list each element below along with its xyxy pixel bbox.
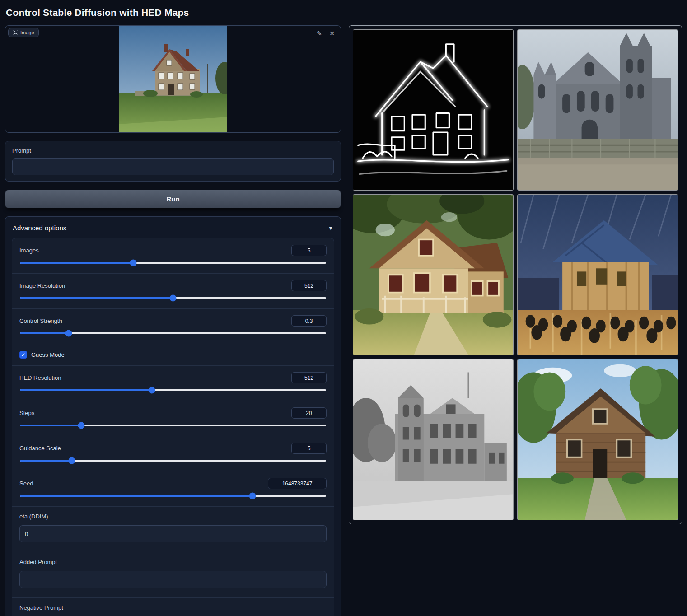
- hed-resolution-slider[interactable]: [20, 389, 326, 391]
- gallery-item-cathedral-ruins[interactable]: [517, 29, 678, 191]
- seed-slider[interactable]: [20, 495, 326, 497]
- slider-seed: Seed: [12, 471, 334, 506]
- slider-control-strength: Control Strength: [12, 308, 334, 344]
- slider-handle[interactable]: [249, 493, 256, 499]
- slider-label: Guidance Scale: [19, 445, 61, 452]
- gallery-item-impressionist-rainy-painting[interactable]: [517, 194, 678, 355]
- slider-fill: [20, 262, 133, 264]
- image-resolution-value-input[interactable]: [291, 280, 327, 291]
- guess-mode-checkbox[interactable]: ✓: [19, 351, 27, 359]
- grayscale-building-photo-image: [353, 359, 513, 520]
- added-prompt-input[interactable]: [19, 571, 327, 588]
- impressionist-rainy-painting-image: [518, 195, 678, 355]
- slider-handle[interactable]: [78, 422, 84, 429]
- image-resolution-slider[interactable]: [20, 297, 326, 299]
- guidance-scale-slider[interactable]: [20, 460, 326, 462]
- guess-mode-row: ✓ Guess Mode: [12, 344, 334, 365]
- control-strength-value-input[interactable]: [291, 315, 327, 327]
- run-button[interactable]: Run: [5, 190, 341, 208]
- slider-handle[interactable]: [170, 295, 177, 302]
- prompt-input[interactable]: [12, 158, 334, 175]
- eta-label: eta (DDIM): [19, 513, 327, 520]
- eta-field: eta (DDIM): [12, 506, 334, 552]
- seed-value-input[interactable]: [268, 478, 327, 489]
- gallery-item-hed-edge-map[interactable]: [353, 29, 514, 191]
- slider-fill: [20, 495, 252, 497]
- slider-label: Seed: [19, 480, 33, 487]
- image-toolbar: ✎ ✕: [314, 28, 337, 39]
- image-label: Image: [20, 30, 34, 35]
- hed-resolution-value-input[interactable]: [291, 372, 327, 383]
- added-prompt-label: Added Prompt: [19, 559, 327, 565]
- slider-images: Images: [12, 238, 334, 273]
- advanced-options-title: Advanced options: [13, 224, 66, 232]
- slider-label: Images: [19, 247, 39, 254]
- gallery-item-vintage-house-painting[interactable]: [353, 194, 514, 355]
- slider-label: Image Resolution: [19, 282, 65, 289]
- guess-mode-label[interactable]: Guess Mode: [31, 351, 65, 358]
- slider-label: Control Strength: [19, 317, 62, 324]
- vintage-house-painting-image: [353, 195, 513, 355]
- slider-fill: [20, 297, 173, 299]
- added-prompt-field: Added Prompt: [12, 552, 334, 597]
- slider-hed-resolution: HED Resolution: [12, 365, 334, 401]
- app-root: Control Stable Diffusion with HED Maps I…: [0, 0, 687, 616]
- slider-guidance-scale: Guidance Scale: [12, 436, 334, 471]
- chevron-down-icon[interactable]: ▼: [328, 225, 333, 231]
- slider-handle[interactable]: [130, 260, 136, 266]
- left-column: Image ✎ ✕: [5, 25, 341, 616]
- clear-image-button[interactable]: ✕: [327, 28, 337, 39]
- slider-label: Steps: [19, 410, 34, 416]
- prompt-block: Prompt: [5, 141, 341, 182]
- slider-fill: [20, 425, 81, 426]
- slider-label: HED Resolution: [19, 374, 61, 381]
- negative-prompt-field: Negative Prompt: [12, 597, 334, 616]
- negative-prompt-label: Negative Prompt: [19, 604, 327, 611]
- advanced-options-panel: Advanced options ▼ Images: [5, 216, 341, 616]
- input-image[interactable]: [119, 26, 227, 132]
- advanced-options-body: Images Image Resolution: [12, 238, 334, 616]
- cathedral-ruins-image: [518, 30, 678, 190]
- slider-fill: [20, 460, 72, 462]
- slider-handle[interactable]: [148, 387, 155, 394]
- prompt-label: Prompt: [12, 147, 334, 154]
- control-strength-slider[interactable]: [20, 332, 326, 334]
- gallery-item-country-house-photo[interactable]: [517, 359, 678, 520]
- slider-steps: Steps: [12, 401, 334, 436]
- guidance-scale-value-input[interactable]: [291, 443, 327, 454]
- slider-image-resolution: Image Resolution: [12, 273, 334, 308]
- slider-fill: [20, 389, 152, 391]
- slider-handle[interactable]: [65, 330, 72, 337]
- slider-fill: [20, 332, 69, 334]
- image-label-badge: Image: [8, 28, 39, 37]
- image-icon: [13, 30, 18, 35]
- eta-input[interactable]: [19, 525, 327, 542]
- hed-edge-map-image: [353, 30, 513, 190]
- images-value-input[interactable]: [291, 245, 327, 256]
- steps-value-input[interactable]: [291, 407, 327, 419]
- country-house-photo-image: [518, 359, 678, 520]
- images-slider[interactable]: [20, 262, 326, 264]
- input-image-picture: [119, 26, 227, 132]
- gallery-item-grayscale-building-photo[interactable]: [353, 359, 514, 520]
- slider-handle[interactable]: [69, 457, 75, 464]
- page-title: Control Stable Diffusion with HED Maps: [6, 7, 682, 18]
- steps-slider[interactable]: [20, 425, 326, 426]
- image-upload-block: Image ✎ ✕: [5, 25, 341, 133]
- main-layout: Image ✎ ✕: [5, 25, 682, 616]
- advanced-options-header[interactable]: Advanced options ▼: [12, 222, 334, 238]
- edit-image-button[interactable]: ✎: [314, 28, 325, 39]
- output-gallery: [349, 25, 682, 524]
